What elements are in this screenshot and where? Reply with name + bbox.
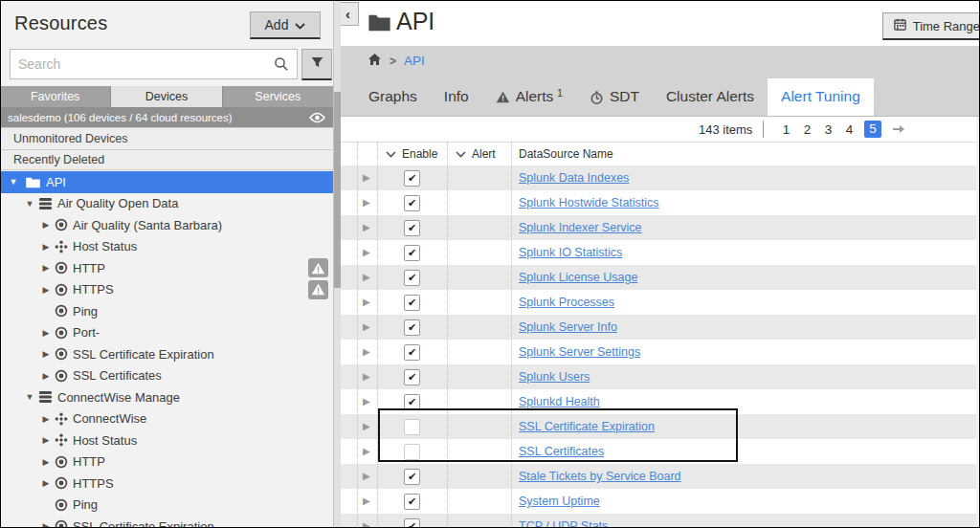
row-expand-icon[interactable]: ▶ <box>363 346 370 357</box>
row-expand-icon[interactable]: ▶ <box>363 396 370 407</box>
page-button-4[interactable]: 4 <box>843 122 856 137</box>
caret-right-icon[interactable]: ▶ <box>40 371 52 381</box>
caret-right-icon[interactable]: ▶ <box>40 242 52 252</box>
tree-item-ping[interactable]: Ping <box>0 495 333 517</box>
enable-checkbox[interactable]: ✔ <box>404 195 420 211</box>
tree-item-connectwise[interactable]: ▶ConnectWise <box>0 408 333 430</box>
row-expand-icon[interactable]: ▶ <box>363 520 370 528</box>
page-button-3[interactable]: 3 <box>822 122 835 137</box>
tree-item-http[interactable]: ▶HTTP <box>0 451 333 473</box>
row-expand-icon[interactable]: ▶ <box>363 446 370 456</box>
sidebar-tab-services[interactable]: Services <box>223 86 333 107</box>
caret-right-icon[interactable]: ▶ <box>40 328 52 338</box>
page-button-2[interactable]: 2 <box>801 122 813 137</box>
tab-alert-tuning[interactable]: Alert Tuning <box>768 78 874 116</box>
tab-info[interactable]: Info <box>431 78 482 116</box>
sidebar-tab-favorites[interactable]: Favorites <box>0 86 111 107</box>
enable-checkbox[interactable]: ✔ <box>404 494 420 510</box>
datasource-link[interactable]: Splunk Server Info <box>519 320 617 334</box>
tree-item-ssl-certificate-expiration[interactable]: ▶SSL Certificate Expiration <box>0 516 333 528</box>
row-expand-icon[interactable]: ▶ <box>363 272 370 282</box>
caret-down-icon[interactable]: ▼ <box>8 177 19 187</box>
filter-button[interactable] <box>301 49 332 80</box>
enable-checkbox[interactable]: ✔ <box>404 170 420 187</box>
enable-checkbox[interactable]: ✔ <box>404 394 420 410</box>
enable-checkbox[interactable] <box>404 444 420 460</box>
column-header-enable[interactable]: Enable <box>386 147 437 161</box>
page-button-5[interactable]: 5 <box>864 121 881 138</box>
row-expand-icon[interactable]: ▶ <box>363 297 370 307</box>
caret-down-icon[interactable]: ▼ <box>24 392 35 402</box>
enable-checkbox[interactable] <box>404 419 420 435</box>
row-expand-icon[interactable]: ▶ <box>363 371 370 382</box>
enable-checkbox[interactable]: ✔ <box>404 518 420 528</box>
search-input[interactable] <box>11 56 274 72</box>
enable-checkbox[interactable]: ✔ <box>404 369 420 385</box>
enable-checkbox[interactable]: ✔ <box>404 220 420 236</box>
warning-icon[interactable] <box>308 280 328 299</box>
caret-right-icon[interactable]: ▶ <box>40 478 52 488</box>
tree-item-port-[interactable]: ▶Port- <box>0 322 333 344</box>
tree-item-http[interactable]: ▶HTTP <box>0 257 333 279</box>
sidebar-item-unmonitored-devices[interactable]: Unmonitored Devices <box>0 127 333 148</box>
group-bar[interactable]: salesdemo (106 devices / 64 cloud resour… <box>0 107 333 127</box>
datasource-link[interactable]: SSL Certificates <box>519 445 604 458</box>
tree-item-https[interactable]: ▶HTTPS <box>0 279 333 301</box>
row-expand-icon[interactable]: ▶ <box>363 197 370 208</box>
datasource-link[interactable]: Splunk License Usage <box>519 271 637 284</box>
tree-item-ssl-certificates[interactable]: ▶SSL Certificates <box>0 365 333 387</box>
row-expand-icon[interactable]: ▶ <box>363 471 370 481</box>
caret-right-icon[interactable]: ▶ <box>40 263 52 273</box>
datasource-link[interactable]: Splunk Hostwide Statistics <box>519 196 659 209</box>
eye-icon[interactable] <box>309 112 325 123</box>
caret-down-icon[interactable]: ▼ <box>24 199 35 209</box>
collapse-sidebar-button[interactable]: ‹ <box>341 2 359 26</box>
row-expand-icon[interactable]: ▶ <box>363 247 370 257</box>
enable-checkbox[interactable]: ✔ <box>404 245 420 261</box>
enable-checkbox[interactable]: ✔ <box>404 469 420 485</box>
row-expand-icon[interactable]: ▶ <box>363 172 370 183</box>
enable-checkbox[interactable]: ✔ <box>404 344 420 361</box>
tree-item-https[interactable]: ▶HTTPS <box>0 473 333 495</box>
tree-item-host-status[interactable]: ▶Host Status <box>0 236 333 258</box>
datasource-link[interactable]: Splunk Server Settings <box>519 345 640 359</box>
row-expand-icon[interactable]: ▶ <box>363 421 370 431</box>
caret-right-icon[interactable]: ▶ <box>40 435 52 445</box>
caret-right-icon[interactable]: ▶ <box>40 457 52 467</box>
tree-item-connectwise-manage[interactable]: ▼ConnectWise Manage <box>0 386 333 408</box>
enable-checkbox[interactable]: ✔ <box>404 319 420 336</box>
tree-item-air-quality-santa-barbara-[interactable]: ▶Air Quality (Santa Barbara) <box>0 214 333 236</box>
next-page-icon[interactable] <box>892 124 905 134</box>
datasource-link[interactable]: Splunk Data Indexes <box>519 171 629 185</box>
sidebar-item-recently-deleted[interactable]: Recently Deleted <box>0 149 333 170</box>
datasource-link[interactable]: System Uptime <box>519 495 600 508</box>
tree-item-ping[interactable]: Ping <box>0 300 333 322</box>
add-button[interactable]: Add <box>250 11 321 39</box>
warning-icon[interactable] <box>308 258 328 277</box>
datasource-link[interactable]: Splunk Indexer Service <box>519 221 642 234</box>
row-expand-icon[interactable]: ▶ <box>363 321 370 332</box>
caret-right-icon[interactable]: ▶ <box>40 285 52 295</box>
enable-checkbox[interactable]: ✔ <box>404 270 420 286</box>
datasource-link[interactable]: Splunk IO Statistics <box>519 246 622 259</box>
datasource-link[interactable]: Splunkd Health <box>519 395 600 408</box>
tree-item-api[interactable]: ▼API <box>0 171 333 193</box>
column-header-datasource-name[interactable]: DataSource Name <box>519 147 613 161</box>
time-range-button[interactable]: Time Range <box>882 12 980 40</box>
caret-right-icon[interactable]: ▶ <box>40 521 52 528</box>
tab-graphs[interactable]: Graphs <box>355 78 431 116</box>
main-scrollbar-track[interactable] <box>976 117 980 528</box>
page-button-1[interactable]: 1 <box>780 122 792 137</box>
row-expand-icon[interactable]: ▶ <box>363 495 370 506</box>
datasource-link[interactable]: TCP / UDP Stats <box>519 519 608 528</box>
tree-item-host-status[interactable]: ▶Host Status <box>0 429 333 451</box>
tree-item-air-quality-open-data[interactable]: ▼Air Quality Open Data <box>0 193 333 215</box>
tab-sdt[interactable]: SDT <box>576 78 653 116</box>
caret-right-icon[interactable]: ▶ <box>40 414 52 424</box>
datasource-link[interactable]: Stale Tickets by Service Board <box>519 470 681 483</box>
tab-cluster-alerts[interactable]: Cluster Alerts <box>653 78 768 116</box>
column-header-alert[interactable]: Alert <box>456 147 496 161</box>
tree-item-ssl-certificate-expiration[interactable]: ▶SSL Certificate Expiration <box>0 343 333 365</box>
datasource-link[interactable]: SSL Certificate Expiration <box>519 420 655 433</box>
tab-alerts[interactable]: Alerts1 <box>482 78 576 116</box>
